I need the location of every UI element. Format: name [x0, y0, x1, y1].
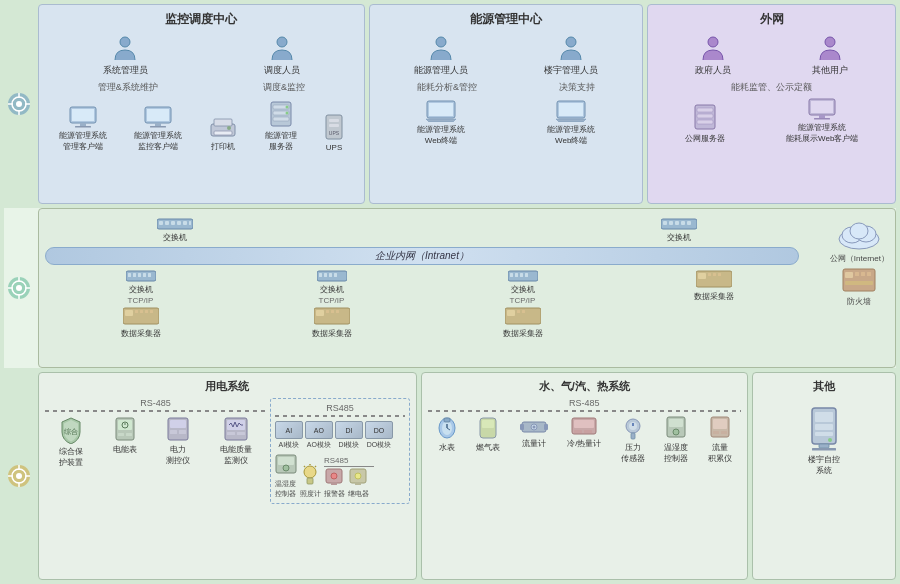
- temp-humidity-water-label: 温湿度控制器: [664, 442, 688, 464]
- svg-point-147: [355, 473, 361, 479]
- person-system-admin: 系统管理员: [103, 34, 148, 77]
- di-module-box: DI: [335, 421, 363, 439]
- svg-rect-184: [812, 448, 836, 451]
- svg-rect-177: [721, 431, 727, 434]
- svg-point-144: [331, 473, 337, 479]
- svg-line-141: [304, 466, 305, 467]
- top-switches-row: 交换机 交换机: [45, 215, 889, 243]
- svg-rect-46: [814, 118, 830, 120]
- svg-rect-16: [150, 126, 166, 128]
- admin-func-label: 管理&系统维护: [98, 81, 158, 94]
- svg-rect-71: [143, 273, 146, 277]
- svg-rect-109: [855, 272, 859, 276]
- alarm-icon: [325, 468, 343, 486]
- building-func-label: 决策支持: [559, 81, 595, 94]
- person-energy-manager: 能源管理人员: [414, 34, 468, 77]
- rs485-line-water: [428, 410, 741, 412]
- power-controller-icon: [167, 416, 189, 442]
- server-icon: [269, 100, 293, 128]
- person-icon-other: [816, 34, 844, 62]
- device-ups: UPS UPS: [324, 113, 344, 152]
- svg-rect-76: [140, 310, 143, 313]
- svg-rect-126: [126, 433, 132, 436]
- rs485-sub2-label: RS485: [324, 456, 374, 465]
- svg-rect-75: [135, 310, 138, 313]
- web-terminal-2-label: 能源管理系统Web终端: [547, 124, 595, 146]
- illuminance-label: 照度计: [300, 489, 321, 499]
- modules-row: AI AI模块 AO AO模块 DI DI模块: [275, 421, 405, 450]
- switch-icon-bottom-2: [317, 269, 347, 283]
- elec-devices-row: 综合 综合保护装置: [45, 416, 266, 468]
- electricity-panel-title: 用电系统: [45, 379, 410, 394]
- svg-point-37: [708, 37, 718, 47]
- svg-rect-40: [697, 108, 713, 112]
- svg-rect-108: [845, 272, 853, 278]
- svg-rect-85: [316, 310, 324, 316]
- device-protection: 综合 综合保护装置: [59, 416, 83, 468]
- middle-section: 交换机 交换机 企业内网（: [4, 208, 896, 368]
- svg-rect-93: [525, 273, 528, 277]
- bottom-section: 用电系统 RS-485 综合: [4, 372, 896, 580]
- svg-rect-45: [819, 115, 825, 118]
- monitor-panel-title: 监控调度中心: [45, 11, 358, 28]
- device-web-terminal-2: 能源管理系统Web终端: [547, 100, 595, 146]
- svg-rect-77: [145, 310, 148, 313]
- person-gov: 政府人员: [695, 34, 731, 77]
- svg-rect-148: [355, 482, 361, 485]
- rs485-label-elec: RS-485: [45, 398, 266, 408]
- svg-point-2: [16, 101, 22, 107]
- ai-module-box: AI: [275, 421, 303, 439]
- internet-label: 公网（Internet）: [830, 253, 889, 264]
- svg-rect-83: [334, 273, 337, 277]
- external-func-label: 能耗监管、公示定额: [654, 81, 889, 94]
- temp-humidity-water: 温湿度控制器: [664, 416, 688, 464]
- temp-humidity-water-icon: [666, 416, 686, 440]
- svg-rect-125: [118, 433, 124, 436]
- svg-rect-41: [697, 114, 713, 118]
- server-icon-public: [693, 103, 717, 131]
- switch-top-2: 交换机: [661, 215, 697, 243]
- monitor-devices-row: 能源管理系统管理客户端 能源管理系统监控客户端: [45, 100, 358, 152]
- svg-rect-14: [147, 109, 169, 121]
- other-devices-row: 楼宇自控系统: [759, 404, 889, 476]
- energy-meter-icon: [115, 416, 135, 442]
- gas-meter-icon: [478, 416, 498, 440]
- svg-rect-110: [861, 272, 865, 276]
- svg-rect-72: [148, 273, 151, 277]
- laptop-icon-2: [556, 100, 586, 122]
- middle-content: 交换机 交换机 企业内网（: [38, 208, 896, 368]
- switch-icon-top-2: [661, 215, 697, 231]
- svg-point-106: [850, 223, 868, 239]
- device-energy-display-web: 能源管理系统能耗展示Web客户端: [786, 98, 858, 144]
- svg-rect-99: [698, 273, 706, 279]
- alarm-label: 报警器: [324, 489, 345, 499]
- water-meter-icon: [437, 416, 457, 440]
- monitor-function-labels: 管理&系统维护 调度&监控: [45, 81, 358, 94]
- svg-rect-151: [444, 418, 450, 422]
- svg-rect-64: [675, 221, 679, 225]
- person-dispatcher: 调度人员: [264, 34, 300, 77]
- device-printer-label: 打印机: [211, 141, 235, 152]
- collector-4-label: 数据采集器: [694, 291, 734, 302]
- rs485-label-water: RS-485: [428, 398, 741, 408]
- svg-text:综合: 综合: [64, 428, 78, 435]
- svg-rect-90: [510, 273, 513, 277]
- do-module-label: DO模块: [367, 440, 392, 450]
- svg-rect-145: [331, 482, 337, 485]
- collector-icon-2: [314, 306, 350, 326]
- svg-point-138: [304, 466, 316, 478]
- gov-person-label: 政府人员: [695, 64, 731, 77]
- svg-point-31: [436, 37, 446, 47]
- energy-display-web-label: 能源管理系统能耗展示Web客户端: [786, 122, 858, 144]
- device-power-controller: 电力测控仪: [166, 416, 190, 466]
- external-panel: 外网 政府人员 其他用户: [647, 4, 896, 204]
- person-icon-building: [557, 34, 585, 62]
- svg-rect-166: [584, 430, 592, 433]
- svg-point-115: [16, 473, 22, 479]
- building-auto-icon: [804, 404, 844, 452]
- svg-text:UPS: UPS: [329, 130, 340, 136]
- dispatcher-label: 调度人员: [264, 64, 300, 77]
- illuminance-meter: 照度计: [300, 464, 321, 499]
- svg-rect-176: [713, 431, 719, 434]
- collector-2-label: 数据采集器: [312, 328, 352, 339]
